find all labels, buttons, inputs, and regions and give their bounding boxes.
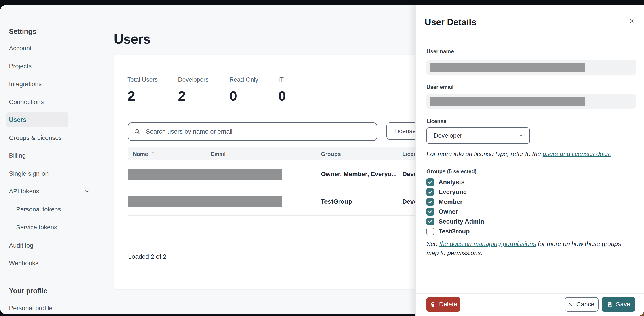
sidebar-item-personal-profile[interactable]: Personal profile — [9, 302, 103, 314]
redacted-user-name — [430, 63, 585, 72]
sidebar-item-personal-tokens[interactable]: Personal tokens — [16, 203, 103, 216]
managing-permissions-docs-link[interactable]: the docs on managing permissions — [440, 240, 536, 247]
chevron-down-icon — [518, 133, 524, 139]
panel-header-divider — [416, 34, 644, 34]
group-checkbox-testgroup[interactable]: TestGroup — [426, 226, 470, 236]
trash-icon — [430, 301, 436, 307]
profile-section-title: Your profile — [9, 285, 48, 297]
redacted-name-email — [128, 169, 282, 180]
sidebar-item-audit-log[interactable]: Audit log — [9, 239, 103, 252]
user-name-label: User name — [426, 48, 454, 55]
stat-it-label: IT — [278, 76, 284, 83]
redacted-user-email — [430, 97, 585, 106]
group-checkbox-everyone[interactable]: Everyone — [426, 187, 467, 197]
table-status: Loaded 2 of 2 — [128, 253, 166, 260]
sidebar-item-integrations[interactable]: Integrations — [9, 78, 103, 90]
sort-ascending-icon — [151, 151, 155, 155]
panel-title: User Details — [425, 17, 476, 27]
group-checkbox-owner[interactable]: Owner — [426, 207, 458, 217]
groups-label: Groups (5 selected) — [426, 168, 476, 175]
sidebar-item-service-tokens[interactable]: Service tokens — [16, 221, 103, 234]
group-checkbox-security-admin[interactable]: Security Admin — [426, 217, 484, 226]
search-icon — [134, 128, 140, 135]
license-selected-value: Developer — [434, 132, 462, 139]
column-header-groups[interactable]: Groups — [321, 147, 341, 160]
user-email-input[interactable] — [426, 94, 636, 109]
user-details-panel: User Details User name User email Licens… — [416, 5, 644, 316]
row-groups-cell: TestGroup — [321, 188, 352, 215]
permissions-note: See the docs on managing permissions for… — [426, 239, 632, 258]
close-icon — [567, 301, 573, 307]
save-icon — [607, 301, 613, 307]
stat-read-only-label: Read-Only — [230, 76, 258, 83]
save-button[interactable]: Save — [602, 297, 635, 311]
checkbox-icon — [426, 188, 434, 196]
sidebar-item-connections[interactable]: Connections — [9, 96, 103, 108]
checkbox-icon — [426, 208, 434, 215]
sidebar-item-single-sign-on[interactable]: Single sign-on — [9, 167, 103, 180]
license-select[interactable]: Developer — [426, 127, 530, 144]
delete-button[interactable]: Delete — [426, 297, 460, 311]
users-licenses-docs-link[interactable]: users and licenses docs. — [543, 150, 611, 157]
cancel-button[interactable]: Cancel — [564, 297, 598, 311]
sidebar-item-account[interactable]: Account — [9, 42, 103, 55]
sidebar-item-groups-licenses[interactable]: Groups & Licenses — [9, 132, 103, 144]
group-checkbox-member[interactable]: Member — [426, 197, 462, 207]
sidebar-item-billing[interactable]: Billing — [9, 149, 103, 162]
group-checkbox-analysts[interactable]: Analysts — [426, 177, 465, 187]
column-header-email[interactable]: Email — [211, 147, 226, 160]
sidebar-item-users[interactable]: Users — [9, 113, 103, 126]
chevron-down-icon — [84, 188, 90, 194]
panel-footer-divider — [416, 293, 644, 294]
close-icon[interactable] — [627, 16, 636, 26]
license-label: License — [426, 118, 446, 124]
search-users-field — [128, 122, 377, 141]
checkbox-icon — [426, 218, 434, 225]
redacted-name-email — [128, 196, 282, 207]
sidebar-item-api-tokens[interactable]: API tokens — [9, 185, 103, 198]
settings-section-title: Settings — [9, 25, 36, 38]
license-note: For more info on license type, refer to … — [426, 149, 636, 158]
stat-it-value: 0 — [278, 88, 286, 104]
user-name-input[interactable] — [426, 60, 636, 75]
page-title: Users — [114, 31, 150, 47]
sidebar-item-projects[interactable]: Projects — [9, 60, 103, 73]
column-header-name[interactable]: Name — [133, 147, 155, 160]
row-groups-cell: Owner, Member, Everyo... — [321, 160, 397, 188]
checkbox-icon — [426, 198, 434, 206]
stat-developers-label: Developers — [178, 76, 209, 83]
search-input[interactable] — [145, 128, 366, 135]
user-email-label: User email — [426, 84, 454, 90]
stat-total-users-value: 2 — [128, 88, 135, 104]
stat-read-only-value: 0 — [230, 88, 237, 104]
sidebar-item-webhooks[interactable]: Webhooks — [9, 257, 103, 269]
checkbox-icon — [426, 228, 434, 235]
stat-total-users-label: Total Users — [128, 76, 158, 83]
stat-developers-value: 2 — [178, 88, 186, 104]
checkbox-icon — [426, 178, 434, 186]
